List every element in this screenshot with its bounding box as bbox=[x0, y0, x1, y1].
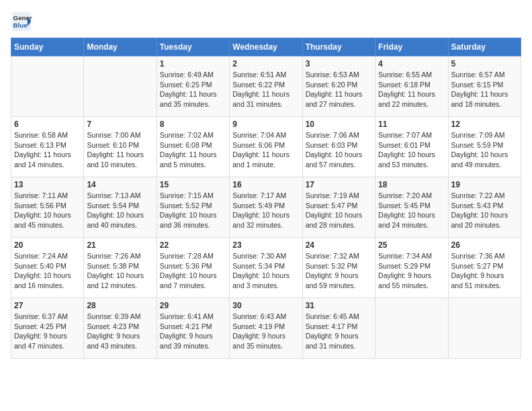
day-number: 20 bbox=[14, 240, 81, 250]
calendar-cell: 1Sunrise: 6:49 AM Sunset: 6:25 PM Daylig… bbox=[157, 56, 229, 117]
day-number: 28 bbox=[87, 301, 153, 310]
calendar-header: SundayMondayTuesdayWednesdayThursdayFrid… bbox=[11, 38, 521, 56]
logo: General Blue bbox=[11, 11, 35, 32]
calendar-cell: 29Sunrise: 6:41 AM Sunset: 4:21 PM Dayli… bbox=[157, 298, 229, 359]
day-content: Sunrise: 7:04 AM Sunset: 6:06 PM Dayligh… bbox=[232, 130, 299, 170]
calendar-cell bbox=[11, 56, 84, 117]
day-number: 27 bbox=[14, 301, 81, 310]
calendar-cell: 13Sunrise: 7:11 AM Sunset: 5:56 PM Dayli… bbox=[11, 177, 84, 238]
page-header: General Blue bbox=[11, 11, 521, 32]
weekday-header-wednesday: Wednesday bbox=[230, 38, 302, 56]
calendar-table: SundayMondayTuesdayWednesdayThursdayFrid… bbox=[11, 38, 521, 359]
calendar-cell: 11Sunrise: 7:07 AM Sunset: 6:01 PM Dayli… bbox=[375, 117, 448, 177]
day-content: Sunrise: 7:26 AM Sunset: 5:38 PM Dayligh… bbox=[87, 251, 153, 291]
calendar-cell: 4Sunrise: 6:55 AM Sunset: 6:18 PM Daylig… bbox=[375, 56, 448, 117]
day-content: Sunrise: 6:58 AM Sunset: 6:13 PM Dayligh… bbox=[14, 130, 81, 170]
day-content: Sunrise: 6:57 AM Sunset: 6:15 PM Dayligh… bbox=[451, 70, 518, 109]
week-row-1: 1Sunrise: 6:49 AM Sunset: 6:25 PM Daylig… bbox=[11, 56, 521, 117]
day-content: Sunrise: 7:36 AM Sunset: 5:27 PM Dayligh… bbox=[451, 251, 518, 291]
calendar-body: 1Sunrise: 6:49 AM Sunset: 6:25 PM Daylig… bbox=[11, 56, 521, 359]
day-content: Sunrise: 7:15 AM Sunset: 5:52 PM Dayligh… bbox=[160, 191, 226, 230]
day-content: Sunrise: 6:49 AM Sunset: 6:25 PM Dayligh… bbox=[160, 70, 226, 109]
calendar-cell: 30Sunrise: 6:43 AM Sunset: 4:19 PM Dayli… bbox=[230, 298, 302, 359]
day-number: 18 bbox=[378, 180, 445, 189]
calendar-cell: 31Sunrise: 6:45 AM Sunset: 4:17 PM Dayli… bbox=[302, 298, 375, 359]
calendar-cell: 24Sunrise: 7:32 AM Sunset: 5:32 PM Dayli… bbox=[302, 238, 375, 298]
day-content: Sunrise: 6:37 AM Sunset: 4:25 PM Dayligh… bbox=[14, 312, 81, 351]
day-content: Sunrise: 6:39 AM Sunset: 4:23 PM Dayligh… bbox=[87, 312, 153, 351]
weekday-row: SundayMondayTuesdayWednesdayThursdayFrid… bbox=[11, 38, 521, 56]
day-number: 19 bbox=[451, 180, 518, 189]
weekday-header-monday: Monday bbox=[84, 38, 157, 56]
day-number: 30 bbox=[232, 301, 299, 310]
week-row-2: 6Sunrise: 6:58 AM Sunset: 6:13 PM Daylig… bbox=[11, 117, 521, 177]
day-number: 7 bbox=[87, 120, 153, 129]
day-content: Sunrise: 6:45 AM Sunset: 4:17 PM Dayligh… bbox=[306, 312, 372, 351]
day-content: Sunrise: 7:11 AM Sunset: 5:56 PM Dayligh… bbox=[14, 191, 81, 230]
day-number: 29 bbox=[160, 301, 226, 310]
calendar-cell bbox=[448, 298, 521, 359]
day-content: Sunrise: 6:53 AM Sunset: 6:20 PM Dayligh… bbox=[306, 70, 372, 109]
day-content: Sunrise: 7:32 AM Sunset: 5:32 PM Dayligh… bbox=[306, 251, 372, 291]
logo-icon: General Blue bbox=[11, 11, 32, 32]
day-number: 17 bbox=[306, 180, 372, 189]
day-content: Sunrise: 6:51 AM Sunset: 6:22 PM Dayligh… bbox=[232, 70, 299, 109]
calendar-cell: 26Sunrise: 7:36 AM Sunset: 5:27 PM Dayli… bbox=[448, 238, 521, 298]
day-number: 22 bbox=[160, 240, 226, 250]
day-number: 6 bbox=[14, 120, 81, 129]
weekday-header-saturday: Saturday bbox=[448, 38, 521, 56]
day-number: 11 bbox=[378, 120, 445, 129]
day-number: 23 bbox=[232, 240, 299, 250]
weekday-header-friday: Friday bbox=[375, 38, 448, 56]
calendar-cell: 7Sunrise: 7:00 AM Sunset: 6:10 PM Daylig… bbox=[84, 117, 157, 177]
weekday-header-tuesday: Tuesday bbox=[157, 38, 229, 56]
calendar-cell: 16Sunrise: 7:17 AM Sunset: 5:49 PM Dayli… bbox=[230, 177, 302, 238]
calendar-cell: 6Sunrise: 6:58 AM Sunset: 6:13 PM Daylig… bbox=[11, 117, 84, 177]
day-number: 16 bbox=[232, 180, 299, 189]
calendar-cell: 12Sunrise: 7:09 AM Sunset: 5:59 PM Dayli… bbox=[448, 117, 521, 177]
calendar-cell bbox=[375, 298, 448, 359]
day-content: Sunrise: 7:20 AM Sunset: 5:45 PM Dayligh… bbox=[378, 191, 445, 230]
calendar-cell: 22Sunrise: 7:28 AM Sunset: 5:36 PM Dayli… bbox=[157, 238, 229, 298]
day-content: Sunrise: 6:43 AM Sunset: 4:19 PM Dayligh… bbox=[232, 312, 299, 351]
calendar-cell bbox=[84, 56, 157, 117]
day-number: 5 bbox=[451, 59, 518, 68]
day-content: Sunrise: 7:13 AM Sunset: 5:54 PM Dayligh… bbox=[87, 191, 153, 230]
day-number: 1 bbox=[160, 59, 226, 68]
calendar-cell: 9Sunrise: 7:04 AM Sunset: 6:06 PM Daylig… bbox=[230, 117, 302, 177]
day-content: Sunrise: 6:55 AM Sunset: 6:18 PM Dayligh… bbox=[378, 70, 445, 109]
calendar-cell: 23Sunrise: 7:30 AM Sunset: 5:34 PM Dayli… bbox=[230, 238, 302, 298]
day-content: Sunrise: 7:09 AM Sunset: 5:59 PM Dayligh… bbox=[451, 130, 518, 170]
day-number: 2 bbox=[232, 59, 299, 68]
day-number: 31 bbox=[306, 301, 372, 310]
day-number: 4 bbox=[378, 59, 445, 68]
day-number: 15 bbox=[160, 180, 226, 189]
calendar-cell: 27Sunrise: 6:37 AM Sunset: 4:25 PM Dayli… bbox=[11, 298, 84, 359]
day-number: 21 bbox=[87, 240, 153, 250]
day-number: 9 bbox=[232, 120, 299, 129]
calendar-cell: 20Sunrise: 7:24 AM Sunset: 5:40 PM Dayli… bbox=[11, 238, 84, 298]
calendar-cell: 19Sunrise: 7:22 AM Sunset: 5:43 PM Dayli… bbox=[448, 177, 521, 238]
week-row-5: 27Sunrise: 6:37 AM Sunset: 4:25 PM Dayli… bbox=[11, 298, 521, 359]
svg-text:Blue: Blue bbox=[13, 21, 28, 29]
day-number: 14 bbox=[87, 180, 153, 189]
calendar-cell: 21Sunrise: 7:26 AM Sunset: 5:38 PM Dayli… bbox=[84, 238, 157, 298]
day-content: Sunrise: 7:06 AM Sunset: 6:03 PM Dayligh… bbox=[306, 130, 372, 170]
calendar-cell: 8Sunrise: 7:02 AM Sunset: 6:08 PM Daylig… bbox=[157, 117, 229, 177]
day-content: Sunrise: 7:17 AM Sunset: 5:49 PM Dayligh… bbox=[232, 191, 299, 230]
day-content: Sunrise: 7:24 AM Sunset: 5:40 PM Dayligh… bbox=[14, 251, 81, 291]
day-number: 24 bbox=[306, 240, 372, 250]
calendar-cell: 25Sunrise: 7:34 AM Sunset: 5:29 PM Dayli… bbox=[375, 238, 448, 298]
calendar-cell: 18Sunrise: 7:20 AM Sunset: 5:45 PM Dayli… bbox=[375, 177, 448, 238]
weekday-header-sunday: Sunday bbox=[11, 38, 84, 56]
calendar-cell: 5Sunrise: 6:57 AM Sunset: 6:15 PM Daylig… bbox=[448, 56, 521, 117]
calendar-cell: 17Sunrise: 7:19 AM Sunset: 5:47 PM Dayli… bbox=[302, 177, 375, 238]
calendar-cell: 2Sunrise: 6:51 AM Sunset: 6:22 PM Daylig… bbox=[230, 56, 302, 117]
day-content: Sunrise: 7:22 AM Sunset: 5:43 PM Dayligh… bbox=[451, 191, 518, 230]
day-content: Sunrise: 7:00 AM Sunset: 6:10 PM Dayligh… bbox=[87, 130, 153, 170]
calendar-cell: 28Sunrise: 6:39 AM Sunset: 4:23 PM Dayli… bbox=[84, 298, 157, 359]
day-content: Sunrise: 7:19 AM Sunset: 5:47 PM Dayligh… bbox=[306, 191, 372, 230]
day-content: Sunrise: 7:30 AM Sunset: 5:34 PM Dayligh… bbox=[232, 251, 299, 291]
day-number: 25 bbox=[378, 240, 445, 250]
day-content: Sunrise: 7:34 AM Sunset: 5:29 PM Dayligh… bbox=[378, 251, 445, 291]
